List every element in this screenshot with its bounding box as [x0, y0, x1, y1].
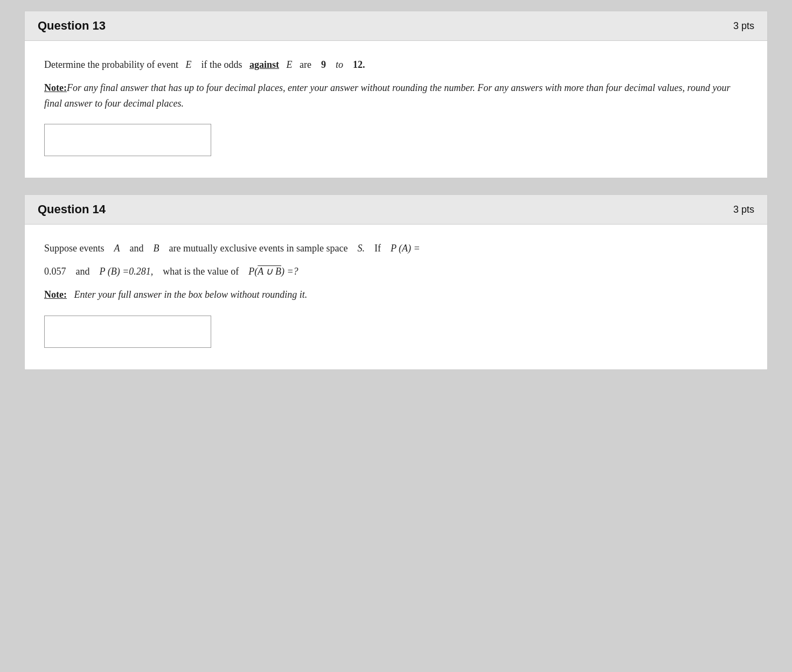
- question-13-block: Question 13 3 pts Determine the probabil…: [24, 11, 768, 178]
- question-13-pts: 3 pts: [733, 20, 754, 32]
- q14-AuB-overline: A ∪ B: [258, 266, 281, 277]
- q14-if: If: [374, 243, 381, 254]
- q14-mutually: are mutually exclusive events in sample …: [169, 243, 348, 254]
- q13-num1: 9: [321, 59, 326, 70]
- question-13-title: Question 13: [38, 19, 106, 33]
- q14-and: and: [130, 243, 144, 254]
- q13-event-var2: E: [286, 59, 292, 70]
- q13-answer-box[interactable]: [44, 124, 211, 156]
- question-14-body: Suppose events A and B are mutually excl…: [25, 225, 767, 369]
- question-14-header: Question 14 3 pts: [25, 195, 767, 225]
- q14-note-body: Enter your full answer in the box below …: [74, 289, 307, 300]
- q14-note-label: Note:: [44, 289, 67, 300]
- q14-varS: S.: [357, 243, 365, 254]
- q13-num2: 12.: [353, 59, 365, 70]
- q13-middle: if the odds: [201, 59, 242, 70]
- q14-varA: A: [114, 243, 120, 254]
- question-14-title: Question 14: [38, 202, 106, 216]
- question-14-problem-line1: Suppose events A and B are mutually excl…: [44, 241, 748, 256]
- q14-answer-box[interactable]: [44, 316, 211, 348]
- q13-note-body: For any final answer that has up to four…: [44, 82, 730, 109]
- question-13-body: Determine the probability of event E if …: [25, 41, 767, 178]
- q14-answer-input[interactable]: [45, 316, 211, 347]
- q13-note-label: Note:: [44, 82, 67, 93]
- q13-answer-input[interactable]: [45, 124, 211, 156]
- question-14-block: Question 14 3 pts Suppose events A and B…: [24, 194, 768, 369]
- question-14-note: Note: Enter your full answer in the box …: [44, 287, 748, 303]
- q13-to: to: [336, 59, 343, 70]
- question-13-problem: Determine the probability of event E if …: [44, 57, 748, 73]
- q13-are: are: [300, 59, 311, 70]
- q14-suppose: Suppose events: [44, 243, 105, 254]
- q14-PAuB: P(A ∪ B) =?: [248, 266, 298, 277]
- q13-intro: Determine the probability of event: [44, 59, 178, 70]
- question-13-header: Question 13 3 pts: [25, 11, 767, 41]
- q13-event-var: E: [185, 59, 191, 70]
- q14-and2: and: [76, 266, 90, 277]
- q14-varB: B: [154, 243, 159, 254]
- question-13-note: Note:For any final answer that has up to…: [44, 80, 748, 111]
- q14-PB: P (B) =0.281,: [100, 266, 154, 277]
- q14-what: what is the value of: [163, 266, 239, 277]
- q14-val1: 0.057: [44, 266, 66, 277]
- q14-PA: P (A) =: [391, 243, 420, 254]
- question-14-pts: 3 pts: [733, 204, 754, 215]
- question-14-problem-line2: 0.057 and P (B) =0.281, what is the valu…: [44, 264, 748, 279]
- q13-against: against: [249, 59, 279, 70]
